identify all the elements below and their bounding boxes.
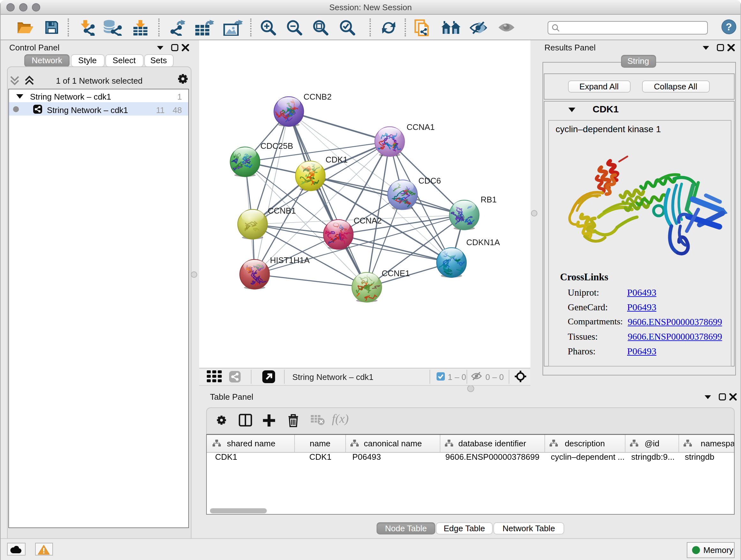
svg-text:CCNA1: CCNA1 [406,122,434,132]
svg-text:CDKN1A: CDKN1A [466,237,500,247]
svg-text:RB1: RB1 [480,194,496,204]
svg-text:CCNE1: CCNE1 [381,268,409,278]
svg-text:CDC6: CDC6 [418,176,441,185]
svg-text:HIST1H1A: HIST1H1A [270,255,310,265]
svg-text:?: ? [725,21,732,33]
svg-text:CCNB2: CCNB2 [303,91,331,101]
svg-text:CCNA2: CCNA2 [353,215,381,225]
svg-text:CDK1: CDK1 [325,154,347,164]
svg-text:CDC25B: CDC25B [260,141,293,150]
svg-text:CCNB1: CCNB1 [267,206,295,215]
